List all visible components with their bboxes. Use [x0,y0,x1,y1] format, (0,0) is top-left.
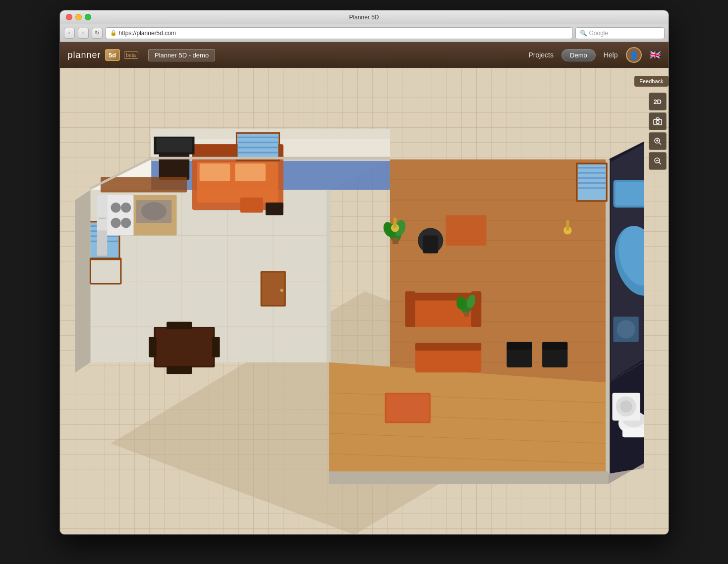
right-toolbar: 2D [649,93,667,170]
svg-rect-127 [506,347,532,367]
svg-rect-2 [656,118,659,120]
main-area: Feedback 2D [60,68,669,535]
close-button[interactable] [66,14,72,20]
svg-point-121 [456,297,465,310]
svg-point-90 [141,202,166,220]
zoom-out-button[interactable] [649,152,667,170]
svg-rect-78 [237,142,278,143]
title-bar: Planner 5D [60,10,669,24]
svg-rect-58 [199,163,229,181]
svg-rect-137 [615,182,643,205]
search-icon: 🔍 [580,30,587,37]
svg-marker-144 [75,190,90,372]
svg-point-1 [656,121,659,124]
svg-rect-114 [415,343,481,351]
help-link[interactable]: Help [604,51,618,59]
svg-rect-104 [155,328,213,366]
svg-rect-135 [622,428,643,437]
svg-rect-132 [386,394,429,421]
browser-bar: ‹ › ↻ 🔒 https://planner5d.com 🔍 Google [60,24,669,42]
projects-link[interactable]: Projects [528,51,554,59]
svg-point-92 [111,203,120,212]
svg-rect-70 [577,167,605,168]
house-3d-view[interactable] [60,78,644,535]
svg-rect-101 [262,272,284,305]
logo-5d: 5d [105,49,120,61]
svg-rect-91 [106,195,133,236]
svg-rect-77 [237,137,278,138]
view-2d-button[interactable]: 2D [649,93,667,110]
svg-point-142 [619,401,632,413]
header-nav: Projects Demo Help 👤 🇬🇧 [528,47,660,63]
svg-rect-71 [577,172,605,174]
maximize-button[interactable] [85,14,91,20]
flag-icon[interactable]: 🇬🇧 [650,50,661,60]
refresh-button[interactable]: ↻ [92,28,103,39]
svg-rect-49 [326,190,330,362]
svg-rect-52 [606,159,610,474]
window-controls [66,14,91,20]
zoom-in-button[interactable] [649,132,667,150]
svg-rect-106 [212,337,220,357]
svg-rect-67 [423,236,438,254]
mac-window: Planner 5D ‹ › ↻ 🔒 https://planner5d.com… [59,10,669,535]
avatar[interactable]: 👤 [626,47,642,63]
svg-point-95 [120,218,130,228]
svg-rect-122 [464,311,469,316]
svg-rect-113 [415,347,481,372]
svg-rect-64 [240,198,263,213]
forward-button[interactable]: › [78,28,89,39]
svg-line-4 [659,143,661,145]
search-bar[interactable]: 🔍 Google [575,27,665,39]
svg-rect-72 [577,177,605,179]
back-button[interactable]: ‹ [64,28,75,39]
svg-rect-124 [393,218,396,228]
logo-text: planner [68,50,101,60]
search-placeholder: Google [589,30,609,37]
svg-line-8 [659,162,661,164]
svg-marker-146 [329,474,608,484]
svg-rect-128 [506,342,532,350]
svg-rect-96 [100,177,186,193]
svg-rect-105 [149,337,156,357]
svg-rect-59 [235,163,265,181]
svg-rect-79 [237,147,278,148]
logo-area: planner 5d beta [68,49,139,61]
window-title: Planner 5D [349,14,379,21]
svg-point-93 [120,203,130,212]
minimize-button[interactable] [75,14,82,20]
feedback-button[interactable]: Feedback [634,76,668,87]
svg-rect-118 [392,238,398,244]
svg-rect-65 [265,203,283,215]
svg-rect-107 [167,322,192,329]
project-name[interactable]: Planner 5D - demo [148,49,215,61]
url-bar[interactable]: 🔒 https://planner5d.com [106,27,572,39]
svg-point-102 [280,289,283,292]
svg-rect-129 [542,347,567,367]
url-text: https://planner5d.com [119,30,176,37]
beta-badge: beta [124,51,138,59]
svg-rect-130 [542,342,567,350]
lock-icon: 🔒 [110,30,117,36]
app-header: planner 5d beta Planner 5D - demo Projec… [60,42,669,68]
svg-rect-74 [577,187,605,189]
svg-rect-108 [167,366,192,374]
svg-rect-98 [97,195,107,231]
svg-rect-80 [237,152,278,154]
svg-rect-63 [156,138,192,153]
svg-rect-126 [566,220,569,230]
svg-rect-68 [446,215,486,246]
svg-rect-99 [98,218,105,219]
svg-point-139 [616,320,635,339]
svg-rect-73 [577,182,605,184]
camera-button[interactable] [649,112,667,130]
demo-button[interactable]: Demo [561,49,596,61]
svg-point-94 [111,218,120,228]
